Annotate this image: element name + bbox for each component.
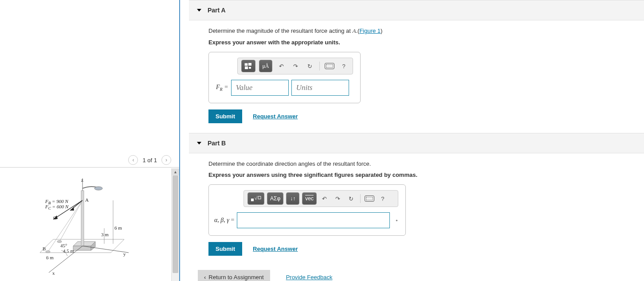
svg-rect-23 [251,199,254,201]
part-b-prompt: Determine the coordinate direction angle… [208,160,635,167]
updown-button[interactable]: ↓↑ [286,192,299,205]
fr-label: FR = [216,84,228,92]
svg-point-16 [57,241,62,243]
part-a-prompt: Determine the magnitude of the resultant… [208,27,635,35]
part-b-equation-row: α, β, γ = ∘ [214,212,398,228]
toolbar-sep [319,62,320,70]
part-a-header[interactable]: Part A [189,0,644,20]
scroll-up-button[interactable]: ▲ [172,168,179,176]
part-a-submit-button[interactable]: Submit [208,109,242,123]
dim-6m-a: 6 m [114,225,122,230]
question-pane: Part A Determine the magnitude of the re… [180,0,644,281]
part-b-submit-button[interactable]: Submit [208,242,242,256]
svg-rect-25 [258,196,261,199]
point-b-label: B [43,246,46,251]
part-a-request-answer-link[interactable]: Request Answer [253,113,298,120]
svg-marker-12 [70,207,74,211]
help-icon[interactable]: ? [377,192,388,205]
figure-nav: ‹ 1 of 1 › [128,155,171,165]
toolbar-sep [360,194,361,203]
figure-content: z A FB = 900 N FC = 600 N C 6 m 3 m 45° … [0,168,171,281]
angles-label: α, β, γ = [214,217,234,224]
keyboard-icon[interactable] [364,192,375,205]
undo-icon[interactable]: ↶ [276,60,287,72]
prompt-close: ) [381,27,382,34]
svg-rect-19 [245,63,247,66]
figure-next-button[interactable]: › [161,155,171,165]
part-a-instruction: Express your answer with the appropriate… [208,39,635,46]
svg-point-15 [46,251,50,253]
prompt-prefix: Determine the magnitude of the resultant… [208,27,352,34]
part-b-instruction: Express your answers using three signifi… [208,172,635,178]
svg-rect-22 [249,67,251,69]
figure-nav-label: 1 of 1 [142,157,157,164]
figure-divider [0,167,179,168]
value-input[interactable] [231,80,289,96]
redo-icon[interactable]: ↷ [290,60,301,72]
figure-prev-button[interactable]: ‹ [128,155,138,165]
angles-input[interactable] [237,212,390,228]
part-b-actions: Submit Request Answer [208,242,635,256]
part-b-answer-box: √ ΑΣφ ↓↑ vec ↶ ↷ ↻ ? α, β, γ = [208,184,406,236]
provide-feedback-link[interactable]: Provide Feedback [286,274,333,281]
footer-row: ‹ Return to Assignment Provide Feedback [189,265,644,281]
units-input[interactable] [291,80,349,96]
degree-suffix: ∘ [395,218,398,223]
svg-rect-21 [245,66,248,69]
part-a-title: Part A [208,7,226,14]
angle-45: 45° [60,243,67,248]
svg-point-6 [94,187,102,190]
part-b-toolbar: √ ΑΣφ ↓↑ vec ↶ ↷ ↻ ? [243,190,398,207]
dim-3m: 3 m [101,232,109,237]
svg-text:√: √ [255,195,258,201]
greek-button[interactable]: μÅ [259,60,272,72]
dim-4-5m: 4.5 m [63,248,74,254]
axis-z-label: z [81,177,83,183]
reset-icon[interactable]: ↻ [346,192,357,205]
svg-rect-20 [248,63,251,66]
return-label: Return to Assignment [208,274,263,281]
scroll-thumb[interactable] [173,176,178,273]
point-a-label: A [85,197,89,203]
part-a-toolbar: μÅ ↶ ↷ ↻ ? [237,58,353,74]
figure-link[interactable]: Figure 1 [359,27,381,34]
part-a-equation-row: FR = [216,80,353,96]
reset-icon[interactable]: ↻ [304,60,315,72]
part-b-title: Part B [208,140,226,147]
axis-y-label: y [123,251,126,257]
force-fc-label: FC = 600 N [45,204,68,211]
templates-button[interactable] [241,60,255,72]
help-icon[interactable]: ? [338,60,349,72]
figure-viewport: z A FB = 900 N FC = 600 N C 6 m 3 m 45° … [0,168,179,281]
return-to-assignment-button[interactable]: ‹ Return to Assignment [198,270,270,281]
vec-button[interactable]: vec [302,192,317,205]
figure-scrollbar[interactable]: ▲ [171,168,179,281]
part-b-request-answer-link[interactable]: Request Answer [253,246,298,252]
redo-icon[interactable]: ↷ [333,192,343,205]
figure-pane: ‹ 1 of 1 › [0,0,180,281]
collapse-icon [197,9,201,12]
svg-rect-4 [81,191,84,246]
keyboard-icon[interactable] [324,60,335,72]
part-a-body: Determine the magnitude of the resultant… [189,20,644,133]
part-a-answer-box: μÅ ↶ ↷ ↻ ? FR = [208,52,361,103]
collapse-icon [197,142,201,144]
undo-icon[interactable]: ↶ [319,192,330,205]
greek-caps-button[interactable]: ΑΣφ [267,192,283,205]
templates-button[interactable]: √ [247,192,264,205]
dim-6m-b: 6 m [46,255,54,260]
part-b-header[interactable]: Part B [189,133,644,153]
part-a-actions: Submit Request Answer [208,109,635,123]
diagram: z A FB = 900 N FC = 600 N C 6 m 3 m 45° … [27,173,133,275]
chevron-left-icon: ‹ [204,274,206,281]
axis-x-label: x [52,270,55,276]
point-c-label: C [53,215,56,220]
part-b-body: Determine the coordinate direction angle… [189,153,644,265]
